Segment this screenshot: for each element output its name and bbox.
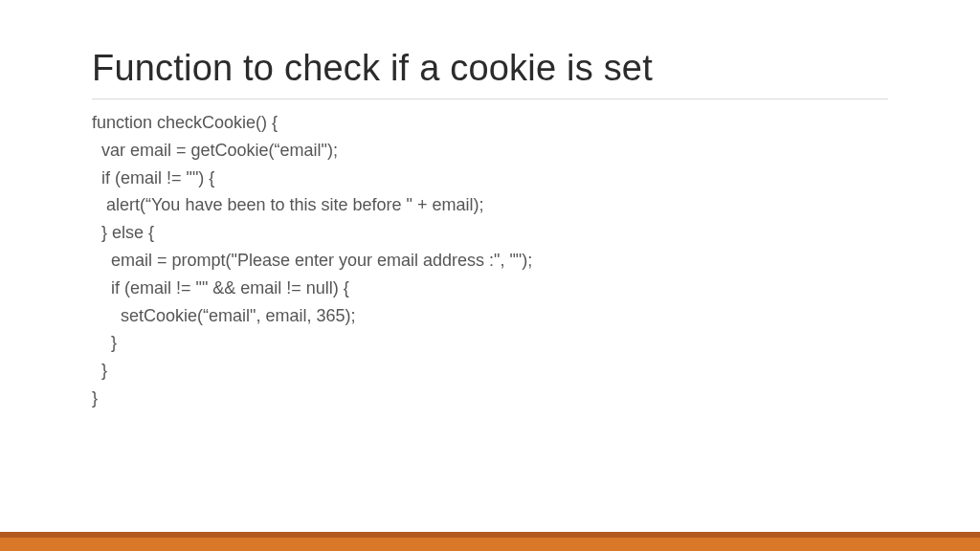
title-underline (92, 99, 888, 99)
code-block: function checkCookie() { var email = get… (92, 109, 888, 412)
code-line: email = prompt("Please enter your email … (92, 247, 888, 275)
footer-bar-bottom (0, 538, 980, 551)
code-line: } (92, 385, 888, 412)
code-line: if (email != "" && email != null) { (92, 275, 888, 302)
code-line: if (email != "") { (92, 165, 888, 192)
slide-title: Function to check if a cookie is set (92, 48, 888, 89)
code-line: var email = getCookie(“email"); (92, 137, 888, 165)
code-line: } (92, 357, 888, 385)
footer-accent (0, 532, 980, 551)
code-line: } (92, 329, 888, 357)
code-line: } else { (92, 219, 888, 247)
code-line: setCookie(“email", email, 365); (92, 302, 888, 330)
slide: Function to check if a cookie is set fun… (0, 0, 980, 551)
code-line: function checkCookie() { (92, 109, 888, 137)
code-line: alert(“You have been to this site before… (92, 191, 888, 219)
